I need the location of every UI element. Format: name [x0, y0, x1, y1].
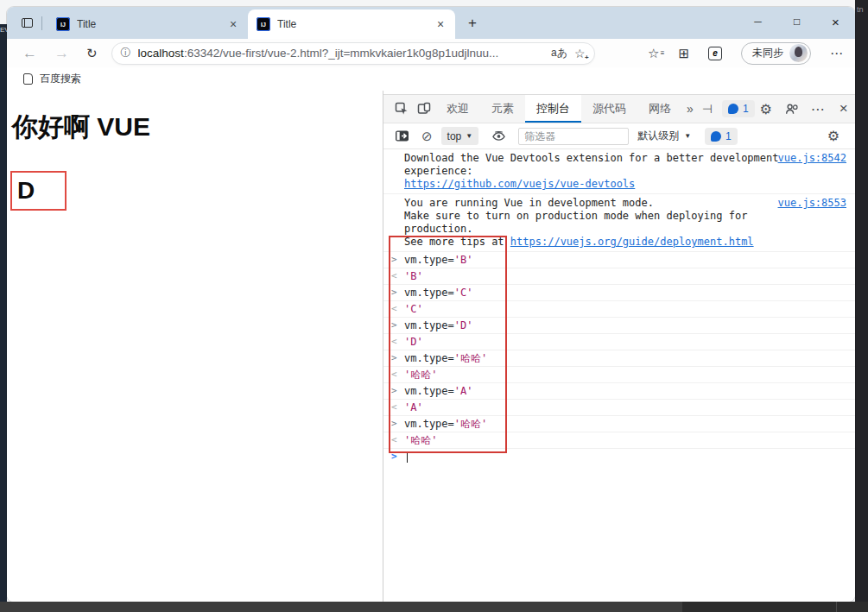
clear-console-icon[interactable]: ⊘ — [421, 129, 433, 144]
tab-title: Title — [277, 18, 426, 30]
console-output-row[interactable]: <'C' — [383, 301, 855, 318]
collections-icon[interactable]: ⊞ — [678, 46, 689, 61]
console-sidebar-toggle-icon[interactable] — [390, 125, 413, 148]
inspect-element-icon[interactable] — [390, 98, 413, 120]
background-window-right: tn — [855, 0, 868, 612]
tab-separator — [41, 16, 42, 30]
address-bar[interactable]: ⓘ localhost:63342/vue-first/vue-2.html?_… — [111, 42, 595, 65]
chevron-down-icon: ▼ — [684, 132, 691, 140]
devtools-tab-elements[interactable]: 元素 — [480, 95, 525, 123]
console-input-row[interactable]: >vm.type='D' — [383, 318, 855, 334]
tab-actions-icon — [22, 18, 33, 28]
devtools-panel: 欢迎 元素 控制台 源代码 网络 » ⊣ 1 ⚙ ⋯ × — [383, 91, 855, 602]
tab-close-icon[interactable]: × — [225, 16, 241, 32]
console-output-row[interactable]: <'A' — [383, 400, 855, 416]
chevron-left-icon: < — [391, 367, 397, 382]
more-tabs-icon[interactable]: » — [682, 102, 698, 116]
console-output-row[interactable]: <'B' — [383, 268, 855, 285]
console-info-message: vue.js:8542 Download the Vue Devtools ex… — [383, 149, 855, 194]
page-title: 你好啊 VUE — [12, 110, 150, 145]
devtools-tab-network[interactable]: 网络 — [637, 95, 682, 123]
chevron-right-icon: > — [391, 383, 397, 399]
page-info-icon[interactable]: ⓘ — [121, 46, 131, 60]
console-settings-icon[interactable]: ⚙ — [822, 125, 845, 148]
intellij-favicon: IJ — [257, 17, 270, 31]
console-output-row[interactable]: <'D' — [383, 334, 855, 350]
minimize-button[interactable]: ─ — [738, 7, 777, 36]
dock-side-icon[interactable]: ⊣ — [698, 102, 717, 116]
console-filter-input[interactable] — [518, 128, 629, 145]
chevron-right-icon: > — [391, 350, 397, 366]
toolbar-right-icons: ☆≡ ⊞ e 未同步 ⋯ — [648, 42, 843, 65]
live-expression-eye-icon[interactable] — [487, 125, 510, 148]
issues-badge[interactable]: 1 — [722, 100, 755, 117]
console-output-row[interactable]: <'哈哈' — [383, 432, 855, 449]
deployment-link[interactable]: https://vuejs.org/guide/deployment.html — [510, 236, 754, 248]
url-text[interactable]: localhost:63342/vue-first/vue-2.html?_ij… — [138, 47, 544, 60]
taskbar-fragment — [0, 602, 868, 612]
tab-actions-menu-button[interactable] — [17, 14, 36, 33]
feedback-icon[interactable] — [781, 98, 803, 120]
more-menu-icon[interactable]: ⋯ — [830, 46, 843, 61]
console-prompt-row[interactable]: > — [383, 449, 855, 465]
intellij-favicon: IJ — [56, 17, 70, 31]
bookmark-item[interactable]: 百度搜索 — [40, 72, 81, 86]
devtools-tab-console[interactable]: 控制台 — [525, 95, 581, 123]
ie-mode-icon[interactable]: e — [708, 47, 722, 60]
background-window-left: EV — [0, 24, 7, 612]
console-log: vue.js:8542 Download the Vue Devtools ex… — [383, 149, 855, 602]
back-icon[interactable]: ← — [22, 45, 37, 62]
web-page-view: 你好啊 VUE D — [7, 91, 383, 602]
chevron-right-icon: > — [391, 252, 397, 268]
chevron-right-icon: > — [391, 285, 397, 300]
message-count-badge[interactable]: 1 — [705, 128, 738, 145]
console-input-row[interactable]: >vm.type='C' — [383, 285, 855, 301]
browser-window: IJ Title × IJ Title × + ─ □ × ← → ↻ ⓘ lo… — [7, 7, 855, 602]
bookmarks-bar: 百度搜索 — [7, 67, 855, 91]
log-level-selector[interactable]: 默认级别 ▼ — [637, 129, 691, 143]
source-link[interactable]: vue.js:8542 — [778, 152, 846, 165]
chevron-left-icon: < — [391, 400, 397, 415]
source-link[interactable]: vue.js:8553 — [778, 197, 846, 210]
profile-button[interactable]: 未同步 — [741, 42, 811, 65]
devtools-tab-welcome[interactable]: 欢迎 — [435, 95, 480, 123]
vue-devtools-link[interactable]: https://github.com/vuejs/vue-devtools — [404, 178, 635, 190]
issue-bubble-icon — [728, 104, 738, 114]
context-selector[interactable]: top ▼ — [441, 127, 479, 145]
add-favorite-icon[interactable]: ☆+ — [574, 47, 586, 60]
browser-tab-1[interactable]: IJ Title × — [48, 9, 248, 39]
close-window-button[interactable]: × — [816, 7, 855, 36]
refresh-icon[interactable]: ↻ — [86, 46, 98, 61]
devtools-close-icon[interactable]: × — [833, 98, 855, 120]
console-toolbar: ⊘ top ▼ 默认级别 ▼ 1 ⚙ — [383, 123, 855, 149]
message-bubble-icon — [711, 131, 721, 142]
console-input-row[interactable]: >vm.type='B' — [383, 252, 855, 268]
favorites-icon[interactable]: ☆≡ — [648, 46, 659, 61]
console-input-row[interactable]: >vm.type='哈哈' — [383, 350, 855, 367]
tab-title: Title — [77, 18, 219, 30]
text-cursor — [407, 451, 408, 463]
bookmark-page-icon — [23, 73, 33, 85]
console-output-row[interactable]: <'哈哈' — [383, 367, 855, 383]
chevron-right-icon: > — [391, 318, 397, 333]
new-tab-button[interactable]: + — [462, 13, 483, 34]
translate-icon[interactable]: aあ — [551, 46, 567, 60]
devtools-tab-sources[interactable]: 源代码 — [581, 95, 637, 123]
content-area: 你好啊 VUE D 欢迎 元素 控制台 源代码 网络 » — [7, 91, 855, 602]
tab-close-icon[interactable]: × — [433, 16, 448, 32]
type-output-text: D — [17, 177, 35, 205]
console-input-row[interactable]: >vm.type='A' — [383, 383, 855, 400]
chevron-left-icon: < — [391, 334, 397, 350]
tab-strip: IJ Title × IJ Title × + ─ □ × — [7, 7, 855, 39]
type-output-box: D — [10, 171, 67, 211]
sync-status-label: 未同步 — [752, 46, 783, 60]
devtools-settings-icon[interactable]: ⚙ — [755, 98, 777, 120]
device-emulation-icon[interactable] — [413, 98, 435, 120]
devtools-tab-bar: 欢迎 元素 控制台 源代码 网络 » ⊣ 1 ⚙ ⋯ × — [383, 94, 855, 123]
browser-toolbar: ← → ↻ ⓘ localhost:63342/vue-first/vue-2.… — [7, 39, 855, 67]
devtools-more-icon[interactable]: ⋯ — [807, 98, 829, 120]
console-input-row[interactable]: >vm.type='哈哈' — [383, 416, 855, 432]
browser-tab-2-active[interactable]: IJ Title × — [248, 9, 455, 39]
forward-icon[interactable]: → — [54, 45, 69, 62]
maximize-button[interactable]: □ — [777, 7, 816, 36]
